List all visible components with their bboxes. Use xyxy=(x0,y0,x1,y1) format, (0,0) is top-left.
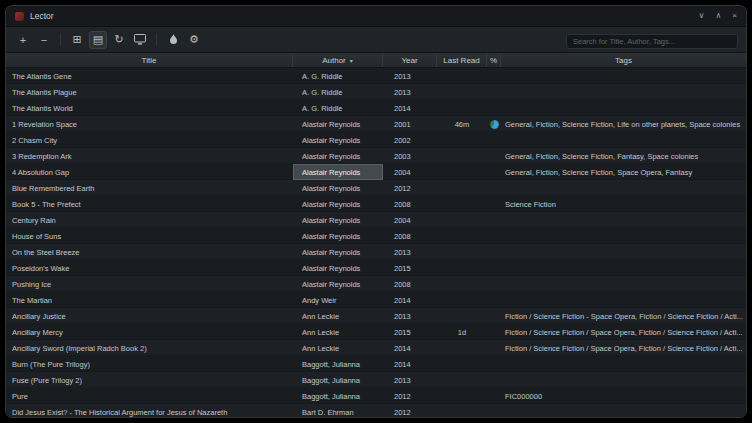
progress-pie-icon xyxy=(490,120,499,129)
theme-button[interactable] xyxy=(164,31,182,49)
column-header-label: Author xyxy=(322,56,346,65)
cell-year: 2012 xyxy=(383,180,437,196)
flame-icon xyxy=(169,34,178,45)
cell-year: 2014 xyxy=(383,356,437,372)
cell-progress xyxy=(487,148,501,164)
cell-progress xyxy=(487,180,501,196)
cell-title: 2 Chasm City xyxy=(6,132,293,148)
search-input[interactable] xyxy=(566,34,738,49)
table-row[interactable]: Century RainAlastair Reynolds2004 xyxy=(6,212,746,228)
window-controls: ∨ ∧ × xyxy=(699,12,737,20)
table-row[interactable]: 4 Absolution GapAlastair Reynolds2004Gen… xyxy=(6,164,746,180)
cell-year: 2002 xyxy=(383,132,437,148)
table-row[interactable]: 3 Redemption ArkAlastair Reynolds2003Gen… xyxy=(6,148,746,164)
cell-author: Alastair Reynolds xyxy=(293,260,383,276)
cell-year: 2001 xyxy=(383,116,437,132)
cell-year: 2008 xyxy=(383,228,437,244)
column-header-last-read[interactable]: Last Read xyxy=(437,53,487,67)
titlebar[interactable]: Lector ∨ ∧ × xyxy=(6,6,746,26)
column-header-year[interactable]: Year xyxy=(383,53,437,67)
cell-last-read xyxy=(437,244,487,260)
cell-last-read xyxy=(437,100,487,116)
settings-button[interactable]: ⚙ xyxy=(185,31,203,49)
table-row[interactable]: The MartianAndy Weir2014 xyxy=(6,292,746,308)
cell-progress xyxy=(487,388,501,404)
cell-last-read xyxy=(437,132,487,148)
reading-mode-button[interactable] xyxy=(131,31,149,49)
table-row[interactable]: Book 5 - The PrefectAlastair Reynolds200… xyxy=(6,196,746,212)
refresh-button[interactable]: ↻ xyxy=(110,31,128,49)
column-header-label: % xyxy=(490,56,497,65)
table-row[interactable]: The Atlantis WorldA. G. Riddle2014 xyxy=(6,100,746,116)
cell-author: Alastair Reynolds xyxy=(293,212,383,228)
table-row[interactable]: Did Jesus Exist? - The Historical Argume… xyxy=(6,404,746,417)
table-row[interactable]: Burn (The Pure Trilogy)Baggott, Julianna… xyxy=(6,356,746,372)
cell-author: A. G. Riddle xyxy=(293,84,383,100)
cell-year: 2008 xyxy=(383,196,437,212)
table-row[interactable]: Ancillary MercyAnn Leckie20151dFiction /… xyxy=(6,324,746,340)
cell-title: On the Steel Breeze xyxy=(6,244,293,260)
cell-author: Ann Leckie xyxy=(293,340,383,356)
cell-author: Ann Leckie xyxy=(293,324,383,340)
cell-title: Ancillary Justice xyxy=(6,308,293,324)
table-row[interactable]: Poseidon's WakeAlastair Reynolds2015 xyxy=(6,260,746,276)
cell-title: The Atlantis Plague xyxy=(6,84,293,100)
cell-progress xyxy=(487,308,501,324)
add-book-button[interactable]: + xyxy=(14,31,32,49)
table-row[interactable]: 2 Chasm CityAlastair Reynolds2002 xyxy=(6,132,746,148)
cover-view-button[interactable]: ⊞ xyxy=(68,31,86,49)
table-view-button[interactable]: ▤ xyxy=(89,31,107,49)
cell-tags: General, Fiction, Science Fiction, Life … xyxy=(501,116,746,132)
cell-title: Burn (The Pure Trilogy) xyxy=(6,356,293,372)
cell-tags xyxy=(501,212,746,228)
table-row[interactable]: House of SunsAlastair Reynolds2008 xyxy=(6,228,746,244)
minus-icon: − xyxy=(41,34,47,46)
cell-tags xyxy=(501,372,746,388)
cell-tags xyxy=(501,180,746,196)
close-button[interactable]: × xyxy=(732,12,737,20)
cell-progress xyxy=(487,276,501,292)
table-row[interactable]: On the Steel BreezeAlastair Reynolds2013 xyxy=(6,244,746,260)
cell-tags xyxy=(501,404,746,417)
column-header-progress[interactable]: % xyxy=(487,53,501,67)
column-header-title[interactable]: Title xyxy=(6,53,293,67)
cell-last-read xyxy=(437,148,487,164)
cell-tags: Fiction / Science Fiction / Space Opera,… xyxy=(501,340,746,356)
table-row[interactable]: Ancillary Sword (Imperial Radch Book 2)A… xyxy=(6,340,746,356)
cell-year: 2014 xyxy=(383,100,437,116)
table-row[interactable]: Pushing IceAlastair Reynolds2008 xyxy=(6,276,746,292)
cell-author: Baggott, Julianna xyxy=(293,356,383,372)
column-header-tags[interactable]: Tags xyxy=(501,53,746,67)
table-row[interactable]: PureBaggott, Julianna2012FIC000000 xyxy=(6,388,746,404)
cell-year: 2015 xyxy=(383,324,437,340)
cell-title: The Martian xyxy=(6,292,293,308)
cell-title: Fuse (Pure Trilogy 2) xyxy=(6,372,293,388)
minimize-button[interactable]: ∨ xyxy=(699,12,705,20)
table-row[interactable]: Blue Remembered EarthAlastair Reynolds20… xyxy=(6,180,746,196)
cell-title: Century Rain xyxy=(6,212,293,228)
cell-progress xyxy=(487,292,501,308)
cell-year: 2004 xyxy=(383,212,437,228)
column-header-author[interactable]: Author ▾ xyxy=(293,53,383,67)
cell-title: Blue Remembered Earth xyxy=(6,180,293,196)
cell-last-read xyxy=(437,228,487,244)
cell-progress xyxy=(487,228,501,244)
cell-progress xyxy=(487,100,501,116)
cell-progress xyxy=(487,68,501,84)
cell-author: Alastair Reynolds xyxy=(293,276,383,292)
maximize-button[interactable]: ∧ xyxy=(715,12,721,20)
cell-progress xyxy=(487,212,501,228)
table-row[interactable]: Fuse (Pure Trilogy 2)Baggott, Julianna20… xyxy=(6,372,746,388)
table-row[interactable]: Ancillary JusticeAnn Leckie2013Fiction /… xyxy=(6,308,746,324)
cell-year: 2013 xyxy=(383,308,437,324)
delete-book-button[interactable]: − xyxy=(35,31,53,49)
table-row[interactable]: The Atlantis GeneA. G. Riddle2013 xyxy=(6,68,746,84)
cell-tags xyxy=(501,292,746,308)
table-row[interactable]: The Atlantis PlagueA. G. Riddle2013 xyxy=(6,84,746,100)
cell-last-read xyxy=(437,308,487,324)
cell-year: 2015 xyxy=(383,260,437,276)
cell-last-read xyxy=(437,404,487,417)
cell-title: 1 Revelation Space xyxy=(6,116,293,132)
table-row[interactable]: 1 Revelation SpaceAlastair Reynolds20014… xyxy=(6,116,746,132)
cell-title: House of Suns xyxy=(6,228,293,244)
